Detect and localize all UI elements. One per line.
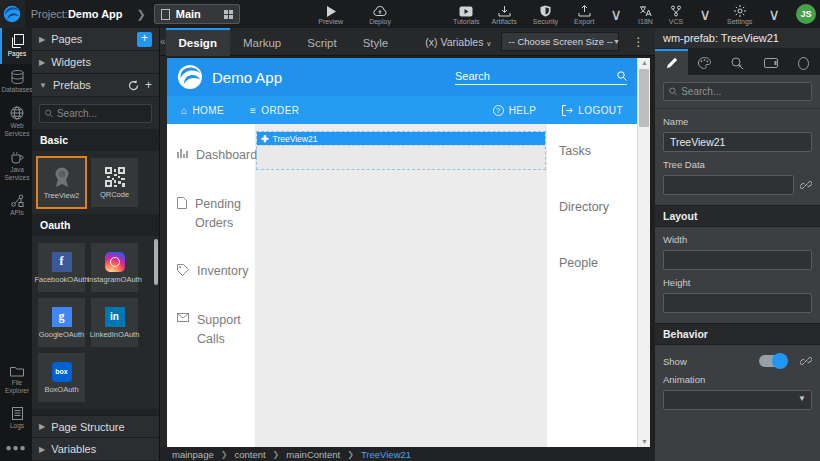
tab-design[interactable]: Design <box>166 28 230 56</box>
rail-item-file-explorer[interactable]: File Explorer <box>0 359 32 401</box>
tab-events[interactable] <box>787 49 820 75</box>
widget-body[interactable] <box>257 145 545 169</box>
height-field[interactable] <box>663 293 812 313</box>
add-page-button[interactable]: + <box>137 32 152 47</box>
nav-logout[interactable]: LOGOUT <box>562 105 623 116</box>
rail-item-java-services[interactable]: Java Services <box>0 145 32 188</box>
leftnav-dashboard[interactable]: Dashboard <box>177 146 245 165</box>
rail-item-logs[interactable]: Logs <box>0 401 32 436</box>
behavior-section-header[interactable]: Behavior <box>655 323 820 345</box>
import-prefab-icon[interactable]: + <box>145 78 152 92</box>
security-button[interactable]: Security <box>527 4 564 25</box>
export-caret-icon[interactable]: ∨ <box>604 5 628 24</box>
deploy-button[interactable]: Deploy <box>363 4 397 25</box>
open-page-tab[interactable]: Main <box>154 4 240 24</box>
app-search[interactable] <box>455 70 627 85</box>
grid-icon[interactable] <box>224 10 233 19</box>
search-icon <box>45 109 53 118</box>
accordion-variables[interactable]: ▶ Variables <box>32 438 159 461</box>
breadcrumb-maincontent[interactable]: mainContent <box>286 449 340 460</box>
preview-button[interactable]: Preview <box>312 4 349 25</box>
rail-item-databases[interactable]: Databases <box>0 64 32 100</box>
prefab-tile-instagramoauth[interactable]: InstagramOAuth <box>91 243 138 292</box>
tab-script[interactable]: Script <box>294 28 349 56</box>
tab-device[interactable] <box>754 49 787 75</box>
animation-select[interactable] <box>663 390 812 410</box>
tab-markup[interactable]: Markup <box>230 28 294 56</box>
app-search-input[interactable] <box>455 70 617 82</box>
i18n-button[interactable]: I18N <box>632 4 659 25</box>
breadcrumb-mainpage[interactable]: mainpage <box>172 449 214 460</box>
prefab-tile-googleoauth[interactable]: g GoogleOAuth <box>38 298 85 347</box>
accordion-prefabs[interactable]: ▼ Prefabs + <box>32 74 159 97</box>
prefab-tile-label: LinkedInOAuth <box>90 330 140 339</box>
screen-size-select[interactable]: -- Choose Screen Size -- ▼ <box>501 32 619 51</box>
deploy-label: Deploy <box>369 18 391 25</box>
prefab-tile-facebookoauth[interactable]: f FacebookOAuth <box>38 243 85 292</box>
accordion-pages[interactable]: ▶ Pages + <box>32 28 159 51</box>
prefab-tile-treeview2[interactable]: TreeView2 <box>38 158 85 207</box>
export-button[interactable]: Export <box>568 4 600 25</box>
tab-properties[interactable] <box>655 49 688 75</box>
properties-search-input[interactable] <box>681 86 806 97</box>
more-options-icon[interactable]: ●●● <box>0 436 32 461</box>
properties-tabs <box>655 49 820 75</box>
tree-data-field[interactable] <box>663 175 794 195</box>
scroll-up-icon[interactable]: ▲ <box>638 58 651 68</box>
show-toggle[interactable] <box>759 355 786 367</box>
bind-tree-data-button[interactable] <box>800 179 812 191</box>
artifacts-button[interactable]: Artifacts <box>486 4 523 25</box>
prefab-list-scrollbar[interactable] <box>154 239 158 285</box>
bind-show-button[interactable] <box>800 355 812 367</box>
accordion-page-structure[interactable]: ▶ Page Structure <box>32 415 159 438</box>
rightpanel-directory[interactable]: Directory <box>559 200 625 214</box>
rail-item-web-services[interactable]: Web Services <box>0 100 32 144</box>
leftnav-pending-orders[interactable]: Pending Orders <box>177 195 245 233</box>
refresh-prefabs-icon[interactable] <box>128 80 139 91</box>
envelope-icon <box>177 313 189 322</box>
design-canvas[interactable]: Demo App ⌂HOME ≡ORDER ?HELP LOGOUT <box>167 58 637 447</box>
scroll-down-icon[interactable]: ▼ <box>638 437 651 447</box>
tutorials-button[interactable]: Tutorials <box>447 4 486 25</box>
rightpanel-people[interactable]: People <box>559 256 625 270</box>
selected-widget-treeview21[interactable]: ✚ TreeView21 <box>256 131 546 170</box>
layout-section-header[interactable]: Layout <box>655 205 820 227</box>
kebab-menu-icon[interactable]: ⋮ <box>627 35 649 49</box>
nav-help[interactable]: ?HELP <box>493 105 537 116</box>
prefab-search-input[interactable] <box>57 108 146 119</box>
prefab-list[interactable]: Basic TreeView2 QRCode Oauth f FacebookO… <box>32 129 159 415</box>
branch-icon <box>670 4 682 17</box>
app-content[interactable]: ✚ TreeView21 <box>255 124 547 447</box>
accordion-widgets[interactable]: ▶ Widgets <box>32 51 159 74</box>
name-field[interactable] <box>663 132 812 152</box>
user-avatar[interactable]: JS <box>796 4 816 24</box>
variables-dropdown[interactable]: (x) Variables ∨ <box>425 36 491 48</box>
wavemaker-logo[interactable] <box>0 0 25 28</box>
canvas-scrollbar[interactable]: ▲ ▼ <box>637 58 650 447</box>
rail-item-pages[interactable]: Pages <box>0 28 32 64</box>
widget-title-bar[interactable]: ✚ TreeView21 <box>257 132 545 145</box>
breadcrumb-treeview21[interactable]: TreeView21 <box>361 449 411 460</box>
breadcrumb-content[interactable]: content <box>234 449 265 460</box>
width-field[interactable] <box>663 250 812 270</box>
tab-style[interactable]: Style <box>350 28 402 56</box>
prefab-tile-qrcode[interactable]: QRCode <box>91 158 138 207</box>
vcs-caret-icon[interactable]: ∨ <box>693 5 717 24</box>
tab-search-properties[interactable] <box>721 49 754 75</box>
app-header[interactable]: Demo App <box>167 58 637 96</box>
nav-order[interactable]: ≡ORDER <box>250 105 299 116</box>
nav-home[interactable]: ⌂HOME <box>181 105 224 116</box>
scrollbar-thumb[interactable] <box>639 69 649 127</box>
tab-styles[interactable] <box>688 49 721 75</box>
settings-caret-icon[interactable]: ∨ <box>762 5 786 24</box>
prefab-tile-linkedinoauth[interactable]: in LinkedInOAuth <box>91 298 138 347</box>
rightpanel-tasks[interactable]: Tasks <box>559 144 625 158</box>
properties-search-box[interactable] <box>663 82 812 101</box>
leftnav-support-calls[interactable]: Support Calls <box>177 311 245 349</box>
prefab-tile-boxoauth[interactable]: box BoxOAuth <box>38 353 85 402</box>
prefab-search-box[interactable] <box>39 104 152 123</box>
settings-button[interactable]: Settings <box>721 4 758 25</box>
vcs-button[interactable]: VCS <box>663 4 689 25</box>
rail-item-apis[interactable]: APIs <box>0 188 32 223</box>
leftnav-inventory[interactable]: Inventory <box>177 262 245 281</box>
